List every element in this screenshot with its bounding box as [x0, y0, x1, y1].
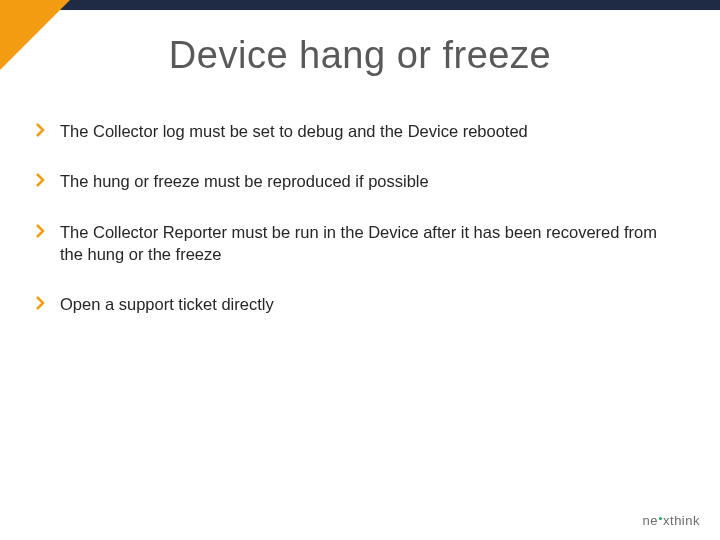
list-item: Open a support ticket directly — [36, 293, 672, 315]
slide-title: Device hang or freeze — [0, 34, 720, 77]
bullet-list: The Collector log must be set to debug a… — [36, 120, 672, 343]
list-item: The hung or freeze must be reproduced if… — [36, 170, 672, 192]
list-item-text: The hung or freeze must be reproduced if… — [60, 170, 429, 192]
top-bar — [0, 0, 720, 10]
brand-part: x — [663, 513, 670, 528]
list-item-text: The Collector Reporter must be run in th… — [60, 221, 672, 266]
chevron-right-icon — [36, 224, 46, 238]
brand-logo: nexthink — [643, 513, 700, 528]
list-item-text: The Collector log must be set to debug a… — [60, 120, 528, 142]
brand-part: think — [670, 513, 700, 528]
brand-part: ne — [643, 513, 658, 528]
dot-icon — [659, 517, 662, 520]
list-item: The Collector log must be set to debug a… — [36, 120, 672, 142]
list-item-text: Open a support ticket directly — [60, 293, 274, 315]
chevron-right-icon — [36, 296, 46, 310]
chevron-right-icon — [36, 173, 46, 187]
slide: Device hang or freeze The Collector log … — [0, 0, 720, 540]
chevron-right-icon — [36, 123, 46, 137]
list-item: The Collector Reporter must be run in th… — [36, 221, 672, 266]
